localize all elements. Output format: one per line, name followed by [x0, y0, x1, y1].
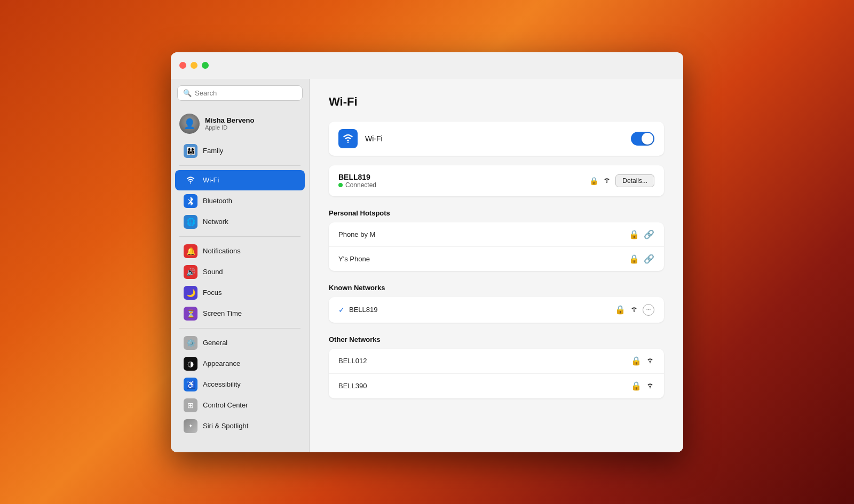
sidebar-item-wifi[interactable]: Wi-Fi: [175, 170, 305, 190]
hotspot-row-0[interactable]: Phone by M 🔒 🔗: [329, 222, 664, 247]
sidebar-item-screentime[interactable]: ⏳ Screen Time: [175, 303, 305, 324]
close-button[interactable]: [179, 62, 186, 69]
minimize-button[interactable]: [191, 62, 197, 69]
personal-hotspots-list: Phone by M 🔒 🔗 Y's Phone 🔒 🔗: [329, 222, 664, 271]
avatar: 👤: [179, 114, 200, 134]
page-title: Wi-Fi: [329, 95, 664, 109]
sidebar-item-notifications[interactable]: 🔔 Notifications: [175, 241, 305, 261]
sidebar-network-label: Network: [203, 218, 228, 226]
wifi-toggle[interactable]: [631, 132, 654, 146]
known-icons-0: 🔒 ···: [615, 304, 654, 316]
sidebar-item-focus[interactable]: 🌙 Focus: [175, 283, 305, 303]
wifi-icon-known-0: [630, 305, 638, 315]
svg-point-2: [606, 182, 607, 183]
user-info: Misha Berveno Apple ID: [205, 116, 254, 131]
user-profile[interactable]: 👤 Misha Berveno Apple ID: [171, 109, 309, 140]
sidebar-screentime-label: Screen Time: [203, 309, 242, 317]
settings-window: 🔍 👤 Misha Berveno Apple ID 👨‍👩‍👧 Family: [171, 52, 683, 452]
search-icon: 🔍: [183, 89, 192, 97]
sidebar-accessibility-label: Accessibility: [203, 380, 241, 388]
sidebar-item-network[interactable]: 🌐 Network: [175, 212, 305, 232]
search-input[interactable]: [195, 89, 297, 97]
hotspot-icons-1: 🔒 🔗: [629, 254, 654, 264]
wifi-toggle-card: Wi-Fi: [329, 122, 664, 156]
lock-icon-other-1: 🔒: [631, 381, 642, 391]
sidebar-divider-2: [179, 236, 301, 237]
sidebar-bluetooth-label: Bluetooth: [203, 197, 232, 205]
sidebar-divider-1: [179, 165, 301, 166]
lock-icon-hotspot-1: 🔒: [629, 254, 639, 264]
connected-icons: 🔒 Details...: [589, 174, 654, 187]
connected-row: BELL819 Connected 🔒: [329, 165, 664, 196]
lock-icon-known-0: 🔒: [615, 305, 626, 315]
sidebar-item-bluetooth[interactable]: Bluetooth: [175, 191, 305, 211]
sidebar-item-controlcenter[interactable]: ⊞ Control Center: [175, 395, 305, 415]
connected-status: Connected: [338, 181, 583, 189]
hotspot-name-1: Y's Phone: [338, 255, 629, 263]
wifi-icon-other-0: [646, 356, 654, 366]
titlebar: [171, 52, 683, 79]
focus-icon: 🌙: [184, 286, 197, 300]
details-button[interactable]: Details...: [615, 174, 654, 187]
sidebar-controlcenter-label: Control Center: [203, 401, 248, 409]
family-icon: 👨‍👩‍👧: [184, 144, 197, 158]
sidebar-item-accessibility[interactable]: ♿ Accessibility: [175, 374, 305, 395]
maximize-button[interactable]: [202, 62, 209, 69]
sidebar-appearance-label: Appearance: [203, 359, 240, 367]
other-name-1: BELL390: [338, 382, 631, 390]
wifi-label: Wi-Fi: [365, 134, 623, 143]
known-networks-list: ✓ BELL819 🔒 ···: [329, 297, 664, 323]
other-icons-1: 🔒: [631, 381, 654, 391]
other-row-1[interactable]: BELL390 🔒: [329, 374, 664, 398]
sidebar-item-sound[interactable]: 🔊 Sound: [175, 262, 305, 282]
other-name-0: BELL012: [338, 357, 631, 365]
sidebar-item-siri[interactable]: ✦ Siri & Spotlight: [175, 416, 305, 436]
hotspot-icons-0: 🔒 🔗: [629, 229, 654, 239]
wifi-icon-connected: [603, 175, 611, 186]
hotspot-row-1[interactable]: Y's Phone 🔒 🔗: [329, 247, 664, 271]
other-networks-list: BELL012 🔒 BELL390: [329, 349, 664, 398]
screentime-icon: ⏳: [184, 307, 197, 321]
check-icon: ✓: [338, 306, 345, 314]
accessibility-icon: ♿: [184, 378, 197, 391]
link-icon-hotspot-1: 🔗: [644, 254, 654, 264]
connected-network-name: BELL819: [338, 173, 583, 181]
sidebar-focus-label: Focus: [203, 289, 222, 297]
other-icons-0: 🔒: [631, 356, 654, 366]
more-button-known-0[interactable]: ···: [643, 304, 654, 316]
sidebar-notifications-label: Notifications: [203, 247, 241, 255]
appearance-icon: ◑: [184, 357, 197, 371]
wifi-icon-other-1: [646, 381, 654, 391]
other-row-0[interactable]: BELL012 🔒: [329, 349, 664, 374]
avatar-image: 👤: [179, 114, 200, 134]
sidebar-item-label: Family: [203, 147, 223, 155]
notifications-icon: 🔔: [184, 244, 197, 258]
sidebar-item-appearance[interactable]: ◑ Appearance: [175, 354, 305, 374]
svg-point-4: [650, 362, 651, 363]
personal-hotspots-title: Personal Hotspots: [329, 209, 664, 217]
lock-icon-other-0: 🔒: [631, 356, 642, 366]
bluetooth-icon: [184, 194, 197, 208]
svg-point-1: [347, 141, 349, 143]
general-icon: ⚙️: [184, 336, 197, 350]
user-sub: Apple ID: [205, 124, 254, 131]
search-bar[interactable]: 🔍: [177, 85, 303, 101]
known-networks-title: Known Networks: [329, 284, 664, 292]
svg-point-5: [650, 387, 651, 388]
sidebar-wifi-label: Wi-Fi: [203, 176, 219, 184]
sidebar-item-general[interactable]: ⚙️ General: [175, 333, 305, 353]
user-name: Misha Berveno: [205, 116, 254, 124]
siri-icon: ✦: [184, 419, 197, 433]
known-row-0[interactable]: ✓ BELL819 🔒 ···: [329, 297, 664, 323]
sidebar: 🔍 👤 Misha Berveno Apple ID 👨‍👩‍👧 Family: [171, 79, 310, 452]
sidebar-item-family[interactable]: 👨‍👩‍👧 Family: [175, 141, 305, 161]
controlcenter-icon: ⊞: [184, 398, 197, 412]
connected-network-card: BELL819 Connected 🔒: [329, 165, 664, 196]
known-name-0: BELL819: [349, 306, 615, 314]
window-body: 🔍 👤 Misha Berveno Apple ID 👨‍👩‍👧 Family: [171, 79, 683, 452]
wifi-sidebar-icon: [184, 173, 197, 187]
wifi-big-icon: [338, 129, 358, 148]
sound-icon: 🔊: [184, 265, 197, 279]
hotspot-name-0: Phone by M: [338, 230, 629, 238]
main-content: Wi-Fi Wi-Fi BELL819: [310, 79, 683, 452]
